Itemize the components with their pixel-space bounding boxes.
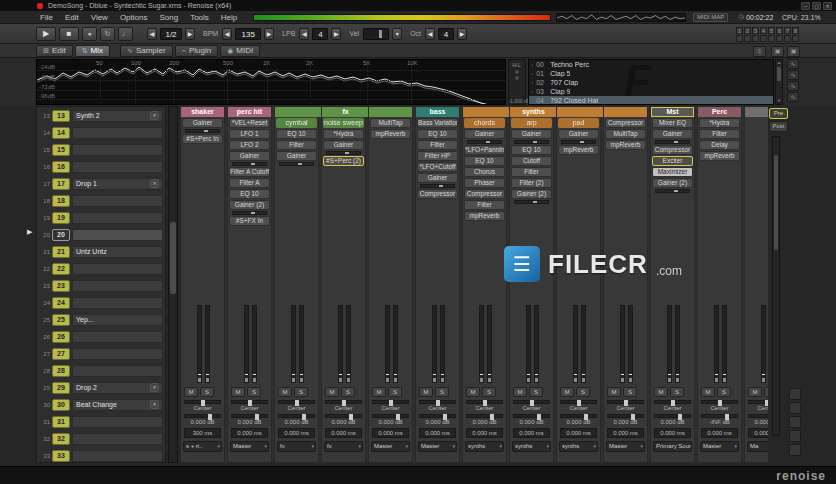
pattern-slot[interactable]: 20 — [52, 229, 70, 241]
delay-value[interactable]: 0.000 ms — [560, 428, 597, 438]
device-button[interactable]: Phaser — [464, 178, 505, 188]
tab-midi[interactable]: ◉MIDI — [220, 45, 260, 57]
scrollbar-thumb[interactable] — [774, 155, 778, 250]
pre-button[interactable]: Pre — [769, 108, 788, 119]
sequencer-row[interactable]: 1313Synth 2✕ — [37, 107, 165, 124]
pattern-slot[interactable]: 28 — [52, 365, 70, 377]
device-button[interactable]: Gainer (2) — [511, 189, 552, 199]
octave-value[interactable]: 4 — [438, 28, 454, 40]
scroll-down-icon[interactable]: ▼ — [776, 98, 782, 104]
sequencer-row[interactable]: 3131 — [37, 413, 165, 430]
device-button[interactable]: #S+Perc (2) — [323, 156, 364, 166]
view-preset-button[interactable]: 6 — [776, 27, 783, 34]
routing-select[interactable]: Master▾ — [606, 441, 645, 452]
device-button[interactable]: #S+FX In — [229, 216, 270, 226]
delay-value[interactable]: 0.000 ms — [607, 428, 644, 438]
device-button[interactable]: Gainer — [182, 118, 223, 128]
bpm-value[interactable]: 135 — [235, 28, 261, 40]
device-button[interactable]: Filter HP — [417, 151, 458, 161]
delay-value[interactable]: 0.000 ms — [654, 428, 691, 438]
pattern-name-cell[interactable]: Yep... — [72, 314, 163, 326]
view-preset-button[interactable] — [768, 35, 775, 42]
sequencer-row[interactable]: 1919 — [37, 209, 165, 226]
scope-toggle-button[interactable]: ∿ — [787, 59, 799, 69]
view-preset-button[interactable] — [792, 35, 799, 42]
section-delete-button[interactable]: ✕ — [150, 111, 159, 120]
device-button[interactable]: mpReverb — [699, 151, 740, 161]
sequencer-row[interactable]: 2525Yep... — [37, 311, 165, 328]
sequencer-row[interactable]: 2929Drop 2✕ — [37, 379, 165, 396]
loop-button[interactable]: ↻ — [100, 27, 115, 41]
device-slider[interactable] — [185, 129, 220, 133]
device-button[interactable]: EQ 10 — [464, 156, 505, 166]
pan-slider[interactable] — [654, 400, 691, 404]
delay-value[interactable]: 0.000 ms — [748, 428, 768, 438]
side-toggle-button[interactable] — [789, 416, 801, 428]
delay-value[interactable]: 0.000 ms — [701, 428, 738, 438]
pattern-slot[interactable]: 31 — [52, 416, 70, 428]
pattern-name-cell[interactable]: Beat Change✕ — [72, 399, 163, 411]
device-button[interactable]: #S+Perc In — [182, 134, 223, 144]
slider-thumb[interactable] — [389, 400, 393, 406]
bpm-decrement-button[interactable]: ◀ — [222, 28, 232, 40]
device-button[interactable]: Gainer — [652, 129, 693, 139]
delay-value[interactable]: 0.000 ms — [231, 428, 268, 438]
view-preset-button[interactable]: 1 — [736, 27, 743, 34]
pattern-list-row[interactable]: ▫01Clap 5 — [529, 69, 773, 78]
side-toggle-button[interactable] — [789, 430, 801, 442]
device-button[interactable]: Filter — [464, 200, 505, 210]
routing-select[interactable]: synths▾ — [559, 441, 598, 452]
panel-toggle-upper-button[interactable]: ▣ — [771, 46, 784, 57]
pattern-name-cell[interactable] — [72, 433, 163, 445]
slider-thumb[interactable] — [349, 414, 353, 420]
slider-thumb[interactable] — [490, 414, 494, 420]
delay-value[interactable]: 0.000 ms — [466, 428, 503, 438]
device-button[interactable]: Compressor — [417, 189, 458, 199]
routing-select[interactable]: fx▾ — [277, 441, 316, 452]
slider-thumb[interactable] — [584, 414, 588, 420]
slider-thumb[interactable] — [530, 400, 534, 406]
mute-button[interactable]: M — [184, 387, 198, 397]
device-button[interactable]: *Hydra — [699, 118, 740, 128]
delay-value[interactable]: 0.000 ms — [513, 428, 550, 438]
mute-button[interactable]: M — [560, 387, 574, 397]
gain-slider[interactable] — [701, 414, 738, 418]
routing-select[interactable]: Master▾ — [371, 441, 410, 452]
pattern-slot[interactable]: 15 — [52, 144, 70, 156]
channel-toggle[interactable]: HL — [509, 62, 525, 68]
delay-value[interactable]: 0.000 ms — [325, 428, 362, 438]
device-button[interactable]: *LFO+Panning — [464, 145, 505, 155]
device-slider[interactable] — [655, 189, 690, 193]
pan-slider[interactable] — [184, 400, 221, 404]
pan-slider[interactable] — [231, 400, 268, 404]
view-preset-button[interactable] — [776, 35, 783, 42]
slider-thumb[interactable] — [718, 400, 722, 406]
panel-layout-button[interactable]: ≡ — [753, 46, 766, 57]
track-header[interactable] — [369, 107, 412, 117]
panel-toggle-lower-button[interactable]: ▣ — [787, 46, 800, 57]
solo-button[interactable]: S — [623, 387, 637, 397]
solo-button[interactable]: S — [341, 387, 355, 397]
pan-slider[interactable] — [372, 400, 409, 404]
device-button[interactable]: Compressor — [652, 145, 693, 155]
section-delete-button[interactable]: ✕ — [150, 383, 159, 392]
routing-select[interactable]: s + ri..▾ — [183, 441, 222, 452]
device-button[interactable]: Cutoff — [511, 156, 552, 166]
gain-slider[interactable] — [560, 414, 597, 418]
mute-button[interactable]: M — [513, 387, 527, 397]
pattern-slot[interactable]: 32 — [52, 433, 70, 445]
menu-item-help[interactable]: Help — [215, 13, 243, 22]
solo-button[interactable]: S — [576, 387, 590, 397]
pattern-name-cell[interactable] — [72, 331, 163, 343]
sequencer-row[interactable]: 1717Drop 1✕ — [37, 175, 165, 192]
tab-plugin[interactable]: ⌁Plugin — [175, 45, 218, 57]
side-toggle-button[interactable] — [789, 444, 801, 456]
device-button[interactable]: mpReverb — [558, 145, 599, 155]
pattern-slot[interactable]: 16 — [52, 161, 70, 173]
menu-item-song[interactable]: Song — [153, 13, 184, 22]
slider-thumb[interactable] — [248, 400, 252, 406]
device-button[interactable]: EQ 10 — [417, 129, 458, 139]
routing-select[interactable]: Ma▾ — [747, 441, 768, 452]
track-header[interactable]: fx — [322, 107, 369, 117]
track-header[interactable]: Perc — [698, 107, 741, 117]
